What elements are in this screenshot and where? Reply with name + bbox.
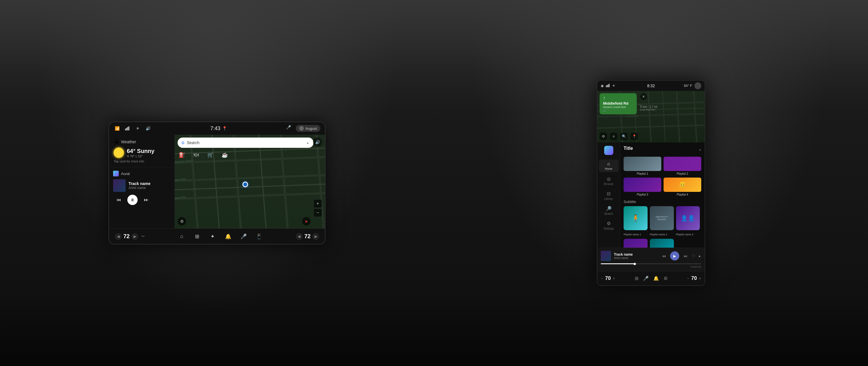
nav-search-icon[interactable]: 🔍 xyxy=(620,133,628,140)
status-right: 64° F xyxy=(684,82,701,89)
tesla-bottom-center-icons: ⊞ 🎤 🔔 ⚙ xyxy=(635,276,668,281)
bell-nav-icon[interactable]: 🔔 xyxy=(224,232,232,241)
sidebar-item-search[interactable]: 🔎 Search xyxy=(599,204,619,217)
shopping-icon[interactable]: 🛒 xyxy=(206,151,215,159)
nav-close-button[interactable]: ✕ xyxy=(640,93,647,100)
player-favorite-button[interactable]: ♡ xyxy=(692,254,695,258)
temp-info: 64° Sunny H 78° L 52° xyxy=(127,148,154,158)
nav-location-icon[interactable]: 📍 xyxy=(630,133,638,140)
restaurant-icon[interactable]: 🍽 xyxy=(192,151,200,159)
volume-icon: 🔊 xyxy=(145,125,151,132)
bottom-bell-icon[interactable]: 🔔 xyxy=(653,276,659,281)
player-expand-button[interactable]: ▲ xyxy=(698,254,701,258)
bottom-settings-icon[interactable]: ⚙ xyxy=(663,276,668,281)
playlist-item-2[interactable]: Playlist 2 xyxy=(663,157,701,175)
subtitle-item-2[interactable]: ABSTRACTDESIGN Playlist name 2 xyxy=(650,206,674,236)
cafe-icon[interactable]: ☕ xyxy=(220,151,229,159)
right-panel: ◉ ☀ 8:32 64° F xyxy=(434,0,868,366)
svg-line-24 xyxy=(597,125,705,128)
phone-nav-icon[interactable]: 📱 xyxy=(255,232,263,241)
user-chip[interactable]: August xyxy=(296,125,320,132)
header-right: 🎤 August xyxy=(286,125,320,132)
sidebar-item-library[interactable]: ⊟ Library xyxy=(599,189,619,202)
map-icons-row: ⛽ 🍽 🛒 ☕ xyxy=(178,151,229,159)
svg-rect-3 xyxy=(128,126,129,131)
tesla-nav-card: ↑ Middlefield Rd toward Lowell Ave 🔊 xyxy=(599,93,637,114)
sidebar-item-browse[interactable]: ◎ Browse xyxy=(599,174,619,187)
subtitle-item-1[interactable]: 🧍 Playlist name 1 xyxy=(624,206,648,236)
status-left-icons: ◉ ☀ xyxy=(601,84,615,88)
sidebar-item-home[interactable]: ⌂ Home xyxy=(599,160,619,172)
sidebar-item-settings[interactable]: ⚙ Settings xyxy=(599,219,619,232)
temp-down-right[interactable]: ◀ xyxy=(296,233,303,240)
player-progress-bar[interactable] xyxy=(601,263,701,264)
svg-line-14 xyxy=(259,135,266,228)
player-time: 0:24 / 3:32 xyxy=(601,265,701,268)
svg-rect-19 xyxy=(607,85,608,87)
search-sidebar-label: Search xyxy=(604,212,613,215)
location-icon: 📍 xyxy=(222,126,227,131)
svg-line-27 xyxy=(677,91,680,142)
player-progress-fill xyxy=(601,263,636,264)
bottom-apps-icon[interactable]: ⊞ xyxy=(635,276,639,281)
temp-down-left[interactable]: ◀ xyxy=(115,233,122,240)
sun-icon xyxy=(114,147,124,158)
subtitle-item-1-name: Playlist name 1 xyxy=(624,233,641,236)
subtitle-item-4[interactable]: 🎧 Playlist name 4 xyxy=(624,239,648,248)
thumb-5-art: 🎵 xyxy=(650,239,674,248)
player-thumbnail xyxy=(601,251,611,261)
temp-range: H 78° L 52° xyxy=(127,154,154,158)
apps-nav-icon[interactable]: ⊞ xyxy=(193,232,202,241)
zoom-in-button[interactable]: + xyxy=(313,199,322,208)
map-search-bar[interactable]: G Search ▲ xyxy=(178,138,313,148)
fan-nav-icon[interactable]: ✦ xyxy=(209,232,217,241)
pause-button[interactable]: ⏸ xyxy=(127,195,137,205)
bottom-mic-icon[interactable]: 🎤 xyxy=(643,276,649,281)
player-play-button[interactable]: ▶ xyxy=(670,251,679,260)
temp-left-plus[interactable]: + xyxy=(613,276,615,281)
mic-nav-icon[interactable]: 🎤 xyxy=(239,232,248,241)
header-time: 7:43 📍 xyxy=(211,125,227,132)
temp-left-minus[interactable]: − xyxy=(601,276,603,281)
subtitle-item-3-name: Playlist name 3 xyxy=(676,233,693,236)
left-panel: 📶 ☀ 🔊 7:43 📍 🎤 August xyxy=(0,0,434,366)
nav-settings-icon[interactable]: ⚙ xyxy=(599,133,607,140)
playlist-2-name: Playlist 2 xyxy=(677,172,688,175)
weather-icon: 🌤 xyxy=(114,139,119,145)
svg-rect-21 xyxy=(609,84,610,87)
subtitle-item-3[interactable]: 👤👤 Playlist name 3 xyxy=(676,206,700,236)
thumb-4-art: 🎧 xyxy=(624,239,648,248)
subtitle-item-5[interactable]: 🎵 Playlist name 5 xyxy=(650,239,674,248)
temp-right-plus[interactable]: + xyxy=(699,276,701,281)
microphone-icon[interactable]: 🎤 xyxy=(286,125,293,132)
previous-button[interactable]: ⏮ xyxy=(114,195,123,204)
map-volume-button[interactable]: 🔊 xyxy=(313,138,322,147)
nav-toward: toward Lowell Ave xyxy=(603,106,633,109)
fuel-icon[interactable]: ⛽ xyxy=(178,151,186,159)
bt-status-icon: ◉ xyxy=(601,84,603,88)
queue-icon[interactable]: ≡ xyxy=(699,147,701,152)
next-button[interactable]: ⏭ xyxy=(142,195,151,204)
playlist-thumb-1 xyxy=(624,157,661,171)
library-sidebar-label: Library xyxy=(604,197,613,200)
player-prev-button[interactable]: ⏮ xyxy=(660,252,668,260)
zoom-out-button[interactable]: − xyxy=(313,208,322,217)
temp-right-value: 72 xyxy=(304,233,311,240)
playlist-item-3[interactable]: Playlist 3 xyxy=(624,177,661,196)
playlist-item-1[interactable]: Playlist 1 xyxy=(624,157,661,175)
nav-filter-icon[interactable]: ≡ xyxy=(610,133,617,140)
player-next-button[interactable]: ⏭ xyxy=(682,252,689,260)
player-current-time: 0:24 xyxy=(690,265,695,268)
map-settings-button[interactable]: ⚙ xyxy=(178,217,186,226)
time-display: 7:43 xyxy=(211,125,220,132)
playlist-item-4[interactable]: 😊 Playlist 4 xyxy=(663,177,701,196)
tesla-player: Track name Artist name ⏮ ▶ ⏭ ♡ ▲ 0:24 xyxy=(597,248,705,271)
temp-right-minus[interactable]: − xyxy=(687,276,689,281)
temp-up-left[interactable]: ▶ xyxy=(131,233,138,240)
navigate-button[interactable]: ➤ xyxy=(302,217,311,226)
temp-up-right[interactable]: ▶ xyxy=(312,233,319,240)
search-expand-icon[interactable]: ▲ xyxy=(306,141,310,145)
home-nav-icon[interactable]: ⌂ xyxy=(178,232,186,241)
weather-card[interactable]: 🌤 Weather 64° Sunny H 78° L 52° xyxy=(109,135,175,167)
artist-name: Artist name xyxy=(128,186,170,190)
